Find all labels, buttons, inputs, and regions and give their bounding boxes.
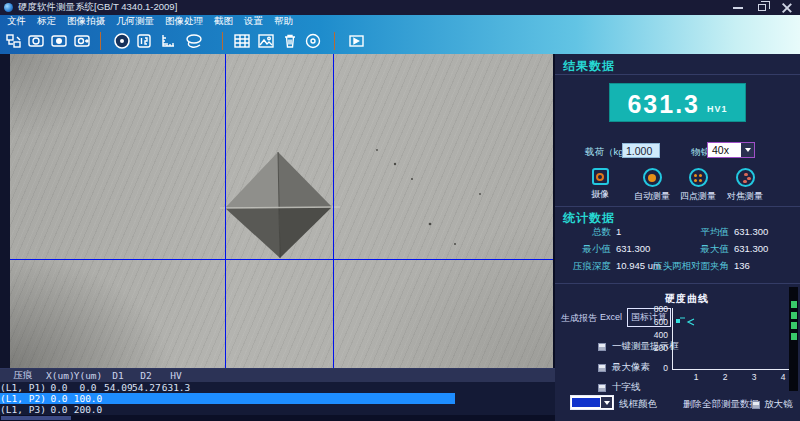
chevron-down-icon [745, 148, 751, 152]
menu-help[interactable]: 帮助 [274, 15, 293, 28]
focus-measure-icon [736, 168, 755, 187]
table-cell: 0.0 [46, 382, 72, 393]
toolbar-button-export[interactable] [347, 31, 367, 51]
panel-scrollbar[interactable] [789, 287, 798, 391]
line-color-picker[interactable] [570, 395, 614, 410]
toolbar-button-calibrate[interactable] [4, 31, 24, 51]
toolbar-button-record-disc[interactable] [303, 31, 323, 51]
table-row[interactable]: (L1, P3) 0.0 200.0 [0, 404, 555, 415]
toolbar-button-indent-count[interactable] [134, 31, 154, 51]
magnifier-toggle[interactable]: 放大镜 [752, 398, 793, 411]
menu-file[interactable]: 文件 [7, 15, 26, 28]
checkbox-max-pixel[interactable]: 最大像素 [598, 361, 650, 374]
focus-measure-button[interactable]: 对焦测量 [718, 168, 772, 203]
scrollbar-segment [791, 312, 797, 319]
scrollbar-segment [791, 322, 797, 329]
line-color-label: 线框颜色 [619, 398, 657, 411]
y-tick: 800 [651, 304, 668, 314]
measure-line-right[interactable] [333, 54, 334, 368]
toolbar-button-camera[interactable] [26, 31, 46, 51]
export-icon [348, 32, 366, 50]
camera-icon [27, 32, 45, 50]
col-indent: 压痕 [0, 369, 46, 382]
y-tick: 600 [651, 317, 668, 327]
viewport: 压痕 X(um) Y(um) D1 D2 HV (L1, P1) 0.0 0.0… [0, 54, 555, 421]
measure-line-left[interactable] [225, 54, 226, 368]
app-logo-icon [4, 3, 13, 12]
dropdown-button[interactable] [601, 397, 612, 408]
toolbar-separator [334, 32, 335, 50]
scrollbar-thumb[interactable] [1, 416, 71, 420]
stat-value: 1 [616, 226, 621, 237]
live-capture-icon [73, 32, 91, 50]
stat-label: 压痕深度 [563, 260, 611, 273]
result-section-header: 结果数据 [563, 58, 615, 75]
toolbar-separator [100, 32, 101, 50]
stat-value: 136 [734, 260, 750, 271]
microscope-image[interactable] [10, 54, 553, 368]
menu-image-capture[interactable]: 图像拍摄 [67, 15, 105, 28]
stat-label: 总数 [563, 226, 611, 239]
toolbar [0, 28, 800, 54]
toolbar-button-ruler[interactable] [158, 31, 178, 51]
x-axis [672, 369, 790, 370]
title-bar: 硬度软件测量系统[GB/T 4340.1-2009] [0, 0, 800, 15]
toolbar-button-delete[interactable] [280, 31, 300, 51]
checkbox-icon [598, 364, 606, 372]
toolbar-button-snapshot[interactable] [49, 31, 69, 51]
objective-select[interactable]: 40x [707, 142, 755, 158]
close-button[interactable] [774, 0, 798, 15]
menu-settings[interactable]: 设置 [244, 15, 263, 28]
stat-value: 631.300 [616, 243, 650, 254]
menu-screenshot[interactable]: 截图 [214, 15, 233, 28]
stat-label: 最小值 [563, 243, 611, 256]
toolbar-button-live-capture[interactable] [72, 31, 92, 51]
col-d2: D2 [132, 370, 160, 381]
table-header: 压痕 X(um) Y(um) D1 D2 HV [0, 369, 555, 382]
tab-generate-report[interactable]: 生成报告 [561, 312, 597, 325]
menu-geometry-measure[interactable]: 几何测量 [116, 15, 154, 28]
delete-all-button[interactable]: 删除全部测量数据 [683, 398, 759, 411]
horizontal-scrollbar[interactable] [0, 415, 555, 421]
checkbox-crosshair[interactable]: 十字线 [598, 381, 641, 394]
hardness-unit: HV1 [707, 104, 728, 117]
chevron-down-icon [604, 401, 610, 405]
close-icon [781, 2, 792, 13]
window-title: 硬度软件测量系统[GB/T 4340.1-2009] [18, 1, 177, 14]
menu-calibration[interactable]: 标定 [37, 15, 56, 28]
toolbar-button-data-grid[interactable] [232, 31, 252, 51]
magnifier-label: 放大镜 [764, 398, 793, 411]
toolbar-button-lasso-select[interactable] [184, 31, 204, 51]
toolbar-button-measure-point[interactable] [112, 31, 132, 51]
restore-button[interactable] [750, 0, 774, 15]
capture-button[interactable]: 摄像 [573, 168, 627, 201]
checkbox-label: 最大像素 [612, 361, 650, 374]
four-point-measure-button[interactable]: 四点测量 [671, 168, 725, 203]
stat-label: 最大值 [651, 243, 729, 256]
dropdown-button[interactable] [741, 143, 754, 157]
menu-bar: 文件 标定 图像拍摄 几何测量 图像处理 截图 设置 帮助 [0, 15, 800, 28]
x-tick: 1 [691, 372, 701, 382]
minimize-button[interactable] [726, 0, 750, 15]
stat-label: 压头两相对面夹角 [651, 260, 729, 273]
indent-count-icon [135, 32, 153, 50]
menu-image-processing[interactable]: 图像处理 [165, 15, 203, 28]
auto-measure-icon [643, 168, 662, 187]
image-gallery-icon [257, 32, 275, 50]
minimize-icon [733, 7, 743, 9]
measure-line-horizontal[interactable] [10, 259, 553, 260]
table-row[interactable]: (L1, P1) 0.0 0.0 54.09 54.27 631.3 [0, 382, 555, 393]
marker-annotation-icon [679, 316, 697, 328]
table-cell: 54.09 [104, 382, 132, 393]
toolbar-separator [222, 32, 223, 50]
toolbar-button-image-gallery[interactable] [256, 31, 276, 51]
calibrate-icon [5, 32, 23, 50]
col-hv: HV [160, 370, 192, 381]
load-input[interactable] [622, 143, 660, 158]
tab-excel[interactable]: Excel [600, 312, 622, 322]
table-row-selected[interactable]: (L1, P2) 0.0 100.0 [0, 393, 455, 404]
hardness-chart: 800 600 400 200 0 1 2 3 4 [651, 304, 795, 386]
x-tick: 4 [778, 372, 788, 382]
scrollbar-segment [791, 301, 797, 308]
divider [555, 206, 800, 207]
